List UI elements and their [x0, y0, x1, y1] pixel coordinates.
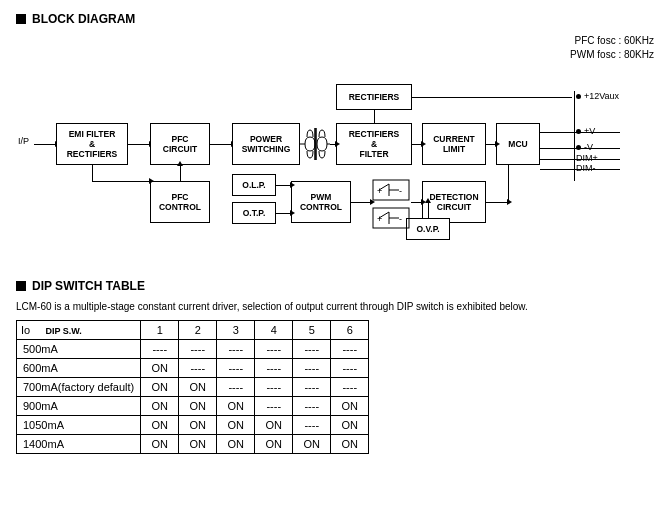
emi-pfcctrl-line — [92, 181, 150, 182]
rect-current-arrow — [412, 144, 422, 145]
block-diagram-section: BLOCK DIAGRAM PFC fosc : 60KHz PWM fosc … — [16, 12, 654, 261]
dip-val-r5-c0: ON — [141, 435, 179, 454]
pfc-ctrl-to-circuit — [180, 165, 181, 181]
power-switching-box: POWER SWITCHING — [232, 123, 300, 165]
current-mcu-arrow — [486, 144, 496, 145]
svg-text:+: + — [377, 214, 382, 224]
dip-val-r0-c2: ---- — [217, 340, 255, 359]
svg-text:+: + — [377, 186, 382, 196]
svg-text:-: - — [399, 214, 402, 224]
switch-symbols: + - + - — [371, 178, 411, 233]
dip-io-cell: 700mA(factory default) — [17, 378, 141, 397]
dip-io-cell: 900mA — [17, 397, 141, 416]
trans-rect-arrow — [330, 144, 336, 145]
dip-table-row: 500mA------------------------ — [17, 340, 369, 359]
dip-switch-section: DIP SWITCH TABLE LCM-60 is a multiple-st… — [16, 279, 654, 454]
dip-val-r1-c0: ON — [141, 359, 179, 378]
ip-arrow — [34, 144, 56, 145]
dip-val-r1-c1: ---- — [179, 359, 217, 378]
block-diagram-title: BLOCK DIAGRAM — [32, 12, 135, 26]
pwm-fosc: PWM fosc : 80KHz — [16, 48, 654, 62]
detect-ovp-line — [428, 202, 429, 218]
pwm-diode-arrow — [351, 202, 371, 203]
pfc-power-arrow — [210, 144, 232, 145]
svg-text:-: - — [399, 186, 402, 196]
dip-table-row: 700mA(factory default)ONON--------------… — [17, 378, 369, 397]
transformer-svg — [300, 123, 330, 165]
block-diagram-canvas: I/P EMI FILTER & RECTIFIERS PFC CIRCUIT … — [16, 66, 654, 261]
dip-io-cell: 500mA — [17, 340, 141, 359]
dip-val-r2-c0: ON — [141, 378, 179, 397]
vminus-dot — [576, 145, 581, 150]
dip-val-r2-c1: ON — [179, 378, 217, 397]
dip-table-row: 1400mAONONONONONON — [17, 435, 369, 454]
freq-info: PFC fosc : 60KHz PWM fosc : 80KHz — [16, 34, 654, 62]
dip-io-cell: 1050mA — [17, 416, 141, 435]
dip-header: DIP SWITCH TABLE — [16, 279, 654, 293]
dimminus-label: DIM- — [576, 163, 596, 173]
vplus-label: +V — [576, 126, 595, 136]
dip-val-r4-c0: ON — [141, 416, 179, 435]
olp-pwm-arrow — [276, 185, 291, 186]
vminus-label: -V — [576, 142, 593, 152]
detection-circuit-box: DETECTION CIRCUIT — [422, 181, 486, 223]
dip-val-r3-c4: ---- — [293, 397, 331, 416]
detect-mcu-v-line — [508, 165, 509, 202]
v12aux-line — [472, 97, 572, 98]
otp-pwm-arrow — [276, 213, 291, 214]
pwm-control-box: PWM CONTROL — [291, 181, 351, 223]
rectifiers-filter-box: RECTIFIERS & FILTER — [336, 123, 412, 165]
switch-detect-arrow — [411, 202, 422, 203]
mcu-box: MCU — [496, 123, 540, 165]
vplus-dot — [576, 129, 581, 134]
dip-table-row: 900mAONONON--------ON — [17, 397, 369, 416]
dip-val-r5-c1: ON — [179, 435, 217, 454]
dip-val-r1-c3: ---- — [255, 359, 293, 378]
dimplus-label: DIM+ — [576, 153, 598, 163]
dip-col-2: 2 — [179, 321, 217, 340]
dip-val-r3-c5: ON — [331, 397, 369, 416]
dip-io-cell: 600mA — [17, 359, 141, 378]
dip-val-r1-c4: ---- — [293, 359, 331, 378]
dip-val-r4-c2: ON — [217, 416, 255, 435]
ovp-box: O.V.P. — [406, 218, 450, 240]
v12aux-label: +12Vaux — [576, 91, 619, 101]
dip-title: DIP SWITCH TABLE — [32, 279, 145, 293]
dip-table-row: 600mAON-------------------- — [17, 359, 369, 378]
dip-section-icon — [16, 281, 26, 291]
section-icon — [16, 14, 26, 24]
ip-label: I/P — [18, 136, 29, 146]
dip-val-r3-c3: ---- — [255, 397, 293, 416]
dip-val-r1-c2: ---- — [217, 359, 255, 378]
rect-top-down-line — [374, 110, 375, 123]
current-limit-box: CURRENT LIMIT — [422, 123, 486, 165]
pfc-circuit-box: PFC CIRCUIT — [150, 123, 210, 165]
v12aux-dot — [576, 94, 581, 99]
dip-io-cell: 1400mA — [17, 435, 141, 454]
emi-filter-box: EMI FILTER & RECTIFIERS — [56, 123, 128, 165]
dip-val-r5-c4: ON — [293, 435, 331, 454]
otp-box: O.T.P. — [232, 202, 276, 224]
dip-col-3: 3 — [217, 321, 255, 340]
dip-val-r0-c5: ---- — [331, 340, 369, 359]
dip-val-r1-c5: ---- — [331, 359, 369, 378]
dip-col-1: 1 — [141, 321, 179, 340]
dip-val-r0-c4: ---- — [293, 340, 331, 359]
dip-io-header: Io DIP S.W. — [17, 321, 141, 340]
dip-col-6: 6 — [331, 321, 369, 340]
dip-val-r5-c3: ON — [255, 435, 293, 454]
dip-val-r0-c3: ---- — [255, 340, 293, 359]
dip-val-r4-c4: ---- — [293, 416, 331, 435]
dip-table-row: 1050mAONONONON----ON — [17, 416, 369, 435]
dip-val-r4-c5: ON — [331, 416, 369, 435]
dip-val-r0-c0: ---- — [141, 340, 179, 359]
pfc-fosc: PFC fosc : 60KHz — [16, 34, 654, 48]
output-rail-v — [574, 91, 575, 181]
rect-top-out-line — [412, 97, 472, 98]
rectifiers-top-box: RECTIFIERS — [336, 84, 412, 110]
dip-val-r3-c0: ON — [141, 397, 179, 416]
detect-mcu-arrow — [486, 202, 508, 203]
dip-val-r0-c1: ---- — [179, 340, 217, 359]
block-diagram-header: BLOCK DIAGRAM — [16, 12, 654, 26]
dip-val-r4-c1: ON — [179, 416, 217, 435]
